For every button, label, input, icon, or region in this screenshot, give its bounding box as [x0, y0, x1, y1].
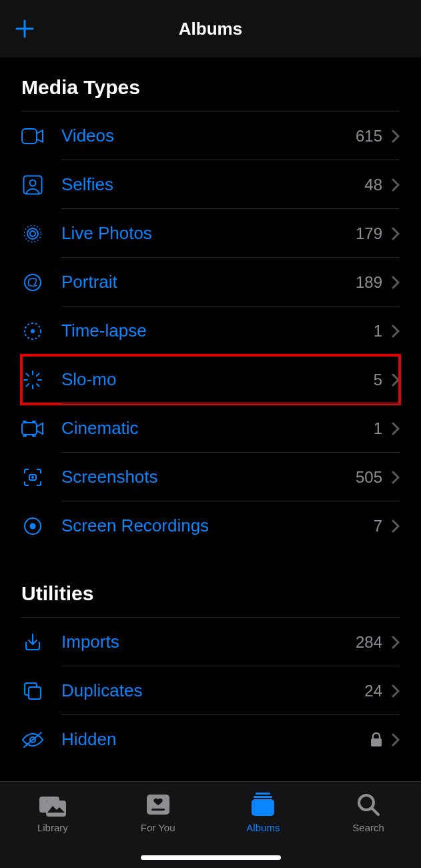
row-count: 615 — [356, 127, 382, 146]
row-screen-recordings[interactable]: Screen Recordings 7 — [21, 501, 400, 550]
row-count: 7 — [374, 517, 382, 535]
row-videos[interactable]: Videos 615 — [21, 112, 400, 160]
row-label: Slo-mo — [61, 369, 374, 390]
row-portrait[interactable]: Portrait 189 — [21, 258, 400, 306]
row-label: Selfies — [61, 174, 364, 195]
row-imports[interactable]: Imports 284 — [21, 618, 400, 666]
svg-rect-15 — [29, 687, 41, 699]
section-header-utilities: Utilities — [0, 582, 421, 617]
plus-icon — [15, 19, 35, 39]
svg-rect-22 — [151, 809, 165, 811]
row-count: 189 — [356, 273, 382, 292]
row-count: 179 — [356, 224, 382, 243]
tab-label: Albums — [246, 822, 280, 833]
row-time-lapse[interactable]: Time-lapse 1 — [21, 306, 400, 355]
row-count: 505 — [356, 468, 382, 487]
chevron-right-icon — [392, 684, 400, 698]
add-button[interactable] — [15, 19, 35, 39]
screen-recordings-icon — [21, 515, 44, 537]
row-label: Cinematic — [61, 418, 374, 439]
row-label: Live Photos — [61, 223, 356, 244]
row-label: Time-lapse — [61, 320, 374, 341]
slo-mo-icon — [21, 369, 44, 391]
row-label: Videos — [61, 126, 356, 146]
portrait-aperture-icon — [21, 271, 44, 294]
svg-rect-0 — [22, 129, 37, 144]
person-square-icon — [21, 174, 44, 196]
tab-bar: Library For You Albums Search — [0, 781, 421, 868]
section-header-media-types: Media Types — [0, 76, 421, 111]
row-label: Screen Recordings — [61, 515, 374, 536]
hidden-eye-slash-icon — [21, 728, 44, 751]
navbar: Albums — [0, 0, 421, 57]
search-icon — [356, 791, 381, 818]
svg-rect-20 — [46, 801, 66, 817]
page-title: Albums — [0, 19, 421, 39]
row-count: 284 — [356, 633, 382, 652]
albums-icon — [249, 791, 277, 818]
for-you-icon — [145, 791, 171, 818]
chevron-right-icon — [392, 733, 400, 746]
chevron-right-icon — [392, 276, 400, 289]
video-icon — [21, 125, 44, 148]
row-cinematic[interactable]: Cinematic 1 — [21, 404, 400, 453]
svg-rect-24 — [254, 796, 272, 798]
home-indicator[interactable] — [141, 855, 281, 860]
svg-point-8 — [31, 329, 35, 333]
svg-rect-23 — [256, 793, 270, 795]
row-hidden[interactable]: Hidden — [21, 715, 400, 764]
svg-point-3 — [30, 231, 35, 236]
svg-rect-17 — [371, 738, 382, 746]
chevron-right-icon — [392, 227, 400, 240]
screenshots-icon — [21, 466, 44, 489]
chevron-right-icon — [392, 130, 400, 143]
row-count: 48 — [364, 176, 382, 194]
row-screenshots[interactable]: Screenshots 505 — [21, 453, 400, 501]
svg-point-11 — [31, 476, 34, 479]
row-count: 1 — [374, 322, 382, 341]
library-icon — [38, 791, 67, 818]
svg-point-2 — [30, 180, 36, 186]
row-label: Hidden — [61, 729, 370, 750]
row-label: Portrait — [61, 272, 356, 292]
row-live-photos[interactable]: Live Photos 179 — [21, 209, 400, 258]
svg-rect-25 — [252, 799, 274, 816]
chevron-right-icon — [392, 422, 400, 435]
tab-label: Library — [37, 822, 68, 833]
time-lapse-icon — [21, 320, 44, 343]
chevron-right-icon — [392, 471, 400, 484]
row-count: 24 — [364, 682, 382, 700]
row-selfies[interactable]: Selfies 48 — [21, 160, 400, 209]
chevron-right-icon — [392, 636, 400, 649]
utilities-list: Imports 284 Duplicates 24 Hidden — [21, 617, 400, 764]
svg-rect-1 — [24, 176, 42, 194]
svg-point-13 — [30, 523, 36, 529]
tab-search[interactable]: Search — [316, 782, 421, 868]
cinematic-icon — [21, 417, 44, 440]
row-count: 5 — [374, 371, 382, 389]
live-photos-icon — [21, 222, 44, 245]
row-duplicates[interactable]: Duplicates 24 — [21, 666, 400, 715]
row-label: Screenshots — [61, 467, 356, 487]
chevron-right-icon — [392, 373, 400, 387]
row-label: Imports — [61, 632, 356, 652]
svg-rect-9 — [22, 423, 37, 435]
tab-library[interactable]: Library — [0, 782, 105, 868]
row-slo-mo[interactable]: Slo-mo 5 — [21, 355, 400, 404]
imports-icon — [21, 631, 44, 654]
lock-icon — [370, 732, 382, 747]
media-types-list: Videos 615 Selfies 48 Live Photos 179 — [21, 111, 400, 550]
svg-point-6 — [25, 274, 41, 290]
row-label: Duplicates — [61, 680, 364, 701]
row-count: 1 — [374, 419, 382, 438]
chevron-right-icon — [392, 519, 400, 533]
duplicates-icon — [21, 680, 44, 702]
chevron-right-icon — [392, 324, 400, 338]
chevron-right-icon — [392, 178, 400, 192]
tab-label: Search — [352, 822, 384, 833]
svg-point-4 — [27, 228, 38, 239]
tab-label: For You — [141, 822, 175, 833]
